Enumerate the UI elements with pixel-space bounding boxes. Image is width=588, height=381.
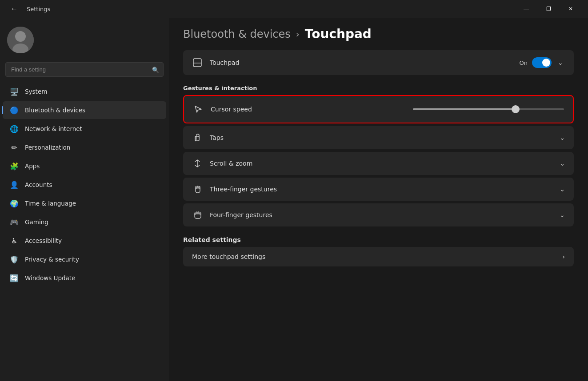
touchpad-card: Touchpad On ⌄: [183, 50, 574, 75]
nav-gaming-label: Gaming: [25, 218, 48, 226]
taps-chevron: ⌄: [560, 134, 565, 141]
network-icon: 🌐: [10, 124, 19, 133]
nav-time[interactable]: 🌍 Time & language: [3, 194, 166, 212]
nav-personalization[interactable]: ✏️ Personalization: [3, 139, 166, 156]
three-finger-label: Three-finger gestures: [210, 186, 552, 193]
three-finger-chevron: ⌄: [560, 186, 565, 193]
gestures-section-title: Gestures & interaction: [169, 78, 588, 95]
back-button[interactable]: ←: [7, 3, 21, 15]
touchpad-icon: [192, 57, 203, 68]
system-icon: 🖥️: [10, 87, 19, 96]
nav-privacy[interactable]: 🛡️ Privacy & security: [3, 250, 166, 268]
three-finger-icon: [192, 184, 203, 194]
nav-apps[interactable]: 🧩 Apps: [3, 157, 166, 175]
update-icon: 🔄: [10, 274, 19, 282]
slider-thumb[interactable]: [512, 105, 520, 113]
profile-section: [0, 18, 169, 60]
nav-system-label: System: [25, 88, 47, 95]
related-settings-title: Related settings: [169, 229, 588, 247]
breadcrumb: Bluetooth & devices › Touchpad: [169, 18, 588, 50]
scroll-zoom-row[interactable]: Scroll & zoom ⌄: [183, 152, 574, 175]
accounts-icon: 👤: [10, 180, 19, 189]
touchpad-toggle[interactable]: [532, 57, 552, 68]
sidebar: 🔍 🖥️ System 🔵 Bluetooth & devices 🌐 Netw…: [0, 18, 169, 381]
three-finger-card: Three-finger gestures ⌄: [183, 178, 574, 201]
cursor-speed-card: Cursor speed: [183, 95, 574, 123]
nav-accessibility[interactable]: ♿ Accessibility: [3, 232, 166, 250]
cursor-speed-icon: [193, 104, 204, 115]
toggle-state-label: On: [520, 60, 528, 66]
touchpad-expand-button[interactable]: ⌄: [556, 57, 565, 68]
scroll-zoom-chevron: ⌄: [560, 160, 565, 167]
four-finger-row[interactable]: Four-finger gestures ⌄: [183, 203, 574, 226]
page-title: Touchpad: [305, 27, 372, 41]
nav-personalization-label: Personalization: [25, 144, 70, 151]
touchpad-label: Touchpad: [210, 59, 512, 66]
app-layout: 🔍 🖥️ System 🔵 Bluetooth & devices 🌐 Netw…: [0, 18, 588, 381]
svg-rect-3: [193, 59, 201, 67]
bluetooth-icon: 🔵: [10, 106, 19, 115]
search-bar[interactable]: 🔍: [5, 62, 164, 77]
nav-bluetooth[interactable]: 🔵 Bluetooth & devices: [3, 101, 166, 119]
taps-row[interactable]: Taps ⌄: [183, 126, 574, 149]
four-finger-label: Four-finger gestures: [210, 211, 552, 218]
scroll-zoom-label: Scroll & zoom: [210, 160, 552, 167]
nav-network[interactable]: 🌐 Network & internet: [3, 120, 166, 138]
window-controls: — ❐ ✕: [516, 2, 581, 16]
nav-update-label: Windows Update: [25, 274, 75, 282]
nav-update[interactable]: 🔄 Windows Update: [3, 269, 166, 287]
nav-time-label: Time & language: [25, 200, 76, 207]
nav-bluetooth-label: Bluetooth & devices: [25, 107, 85, 114]
svg-point-1: [15, 31, 26, 42]
titlebar-left: ← Settings: [7, 3, 50, 15]
three-finger-row[interactable]: Three-finger gestures ⌄: [183, 178, 574, 201]
scroll-zoom-card: Scroll & zoom ⌄: [183, 152, 574, 175]
more-touchpad-chevron: ›: [562, 253, 565, 260]
more-touchpad-row[interactable]: More touchpad settings ›: [183, 247, 574, 266]
breadcrumb-parent[interactable]: Bluetooth & devices: [183, 28, 291, 40]
time-icon: 🌍: [10, 199, 19, 208]
gaming-icon: 🎮: [10, 218, 19, 226]
slider-track: [413, 108, 564, 110]
accessibility-icon: ♿: [10, 236, 19, 245]
nav-network-label: Network & internet: [25, 125, 82, 132]
nav-accounts-label: Accounts: [25, 181, 52, 188]
more-touchpad-label: More touchpad settings: [192, 253, 555, 260]
nav-accounts[interactable]: 👤 Accounts: [3, 176, 166, 194]
four-finger-card: Four-finger gestures ⌄: [183, 203, 574, 226]
cursor-speed-label: Cursor speed: [211, 106, 406, 113]
apps-icon: 🧩: [10, 162, 19, 171]
personalization-icon: ✏️: [10, 143, 19, 152]
minimize-button[interactable]: —: [516, 2, 536, 16]
cursor-speed-row: Cursor speed: [184, 96, 573, 123]
scroll-zoom-icon: [192, 158, 203, 169]
restore-button[interactable]: ❐: [538, 2, 559, 16]
nav-system[interactable]: 🖥️ System: [3, 83, 166, 100]
svg-marker-5: [195, 106, 201, 112]
taps-label: Taps: [210, 134, 552, 141]
search-input[interactable]: [5, 62, 164, 77]
more-touchpad-card: More touchpad settings ›: [183, 247, 574, 266]
nav-privacy-label: Privacy & security: [25, 256, 79, 263]
nav-apps-label: Apps: [25, 163, 40, 170]
slider-fill: [413, 108, 516, 110]
titlebar: ← Settings — ❐ ✕: [0, 0, 588, 18]
app-title: Settings: [27, 6, 50, 12]
four-finger-chevron: ⌄: [560, 211, 565, 218]
four-finger-icon: [192, 210, 203, 220]
cursor-speed-slider[interactable]: [413, 108, 564, 110]
close-button[interactable]: ✕: [560, 2, 581, 16]
taps-icon: [192, 132, 203, 143]
touchpad-controls: On ⌄: [520, 57, 565, 68]
nav-gaming[interactable]: 🎮 Gaming: [3, 213, 166, 231]
breadcrumb-separator: ›: [296, 29, 300, 40]
privacy-icon: 🛡️: [10, 255, 19, 264]
avatar: [7, 27, 34, 53]
taps-card: Taps ⌄: [183, 126, 574, 149]
search-icon: 🔍: [152, 66, 159, 73]
touchpad-row: Touchpad On ⌄: [183, 50, 574, 75]
nav-accessibility-label: Accessibility: [25, 237, 62, 244]
content-area: Bluetooth & devices › Touchpad Touchpad …: [169, 18, 588, 381]
